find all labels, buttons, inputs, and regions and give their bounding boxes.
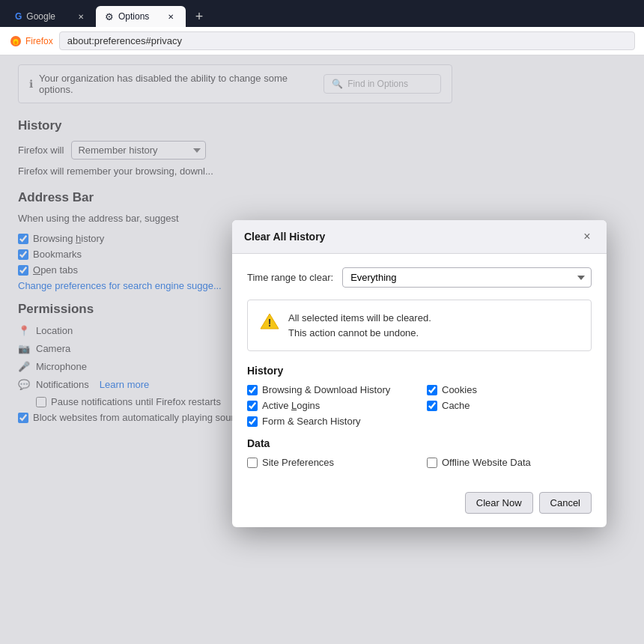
- checkbox-offline-website-data-label: Offline Website Data: [442, 457, 531, 468]
- svg-text:!: !: [268, 317, 272, 329]
- clear-now-button[interactable]: Clear Now: [465, 492, 533, 514]
- checkbox-offline-website-data: Offline Website Data: [427, 457, 592, 468]
- dialog-close-button[interactable]: ×: [580, 229, 595, 244]
- clear-history-dialog: Clear All History × Time range to clear:…: [232, 220, 607, 527]
- warning-line1: All selected items will be cleared.: [288, 311, 431, 326]
- checkbox-cache: Cache: [427, 400, 592, 411]
- checkbox-browsing-download: Browsing & Download History: [247, 384, 412, 395]
- warning-icon: !: [260, 312, 279, 335]
- checkbox-browsing-download-input[interactable]: [247, 385, 258, 395]
- tab-options[interactable]: ⚙ Options ✕: [96, 6, 186, 27]
- new-tab-button[interactable]: +: [189, 6, 210, 27]
- checkbox-form-search-input[interactable]: [247, 416, 258, 427]
- tab-google-close[interactable]: ✕: [75, 10, 87, 22]
- dialog-history-title: History: [247, 365, 592, 377]
- checkbox-form-search-label: Form & Search History: [262, 416, 360, 427]
- tab-options-icon: ⚙: [105, 11, 114, 22]
- checkbox-cookies: Cookies: [427, 384, 592, 395]
- checkbox-browsing-download-label: Browsing & Download History: [262, 384, 390, 395]
- tab-options-close[interactable]: ✕: [165, 10, 177, 22]
- warning-line2: This action cannot be undone.: [288, 326, 431, 341]
- checkbox-offline-website-data-input[interactable]: [427, 458, 437, 468]
- checkbox-active-logins: Active Logins: [247, 400, 412, 411]
- warning-box: ! All selected items will be cleared. Th…: [247, 300, 592, 351]
- warning-text: All selected items will be cleared. This…: [288, 311, 431, 340]
- tab-google-icon: G: [15, 11, 22, 22]
- dialog-data-title: Data: [247, 437, 592, 449]
- tab-google[interactable]: G Google ✕: [6, 6, 96, 27]
- time-range-row: Time range to clear: Everything Last Hou…: [247, 267, 592, 288]
- time-range-label: Time range to clear:: [247, 272, 333, 283]
- browser-titlebar: G Google ✕ ⚙ Options ✕ +: [0, 0, 644, 27]
- dialog-header: Clear All History ×: [232, 220, 607, 254]
- firefox-badge: Firefox: [9, 34, 53, 48]
- checkbox-site-preferences-input[interactable]: [247, 458, 258, 468]
- checkbox-active-logins-input[interactable]: [247, 401, 258, 411]
- checkbox-cookies-input[interactable]: [427, 385, 437, 395]
- data-checkboxes-grid: Site Preferences Offline Website Data: [247, 457, 592, 468]
- checkbox-form-search: Form & Search History: [247, 416, 412, 427]
- time-range-select[interactable]: Everything Last Hour Last Two Hours Last…: [342, 267, 592, 288]
- checkbox-site-preferences-label: Site Preferences: [262, 457, 334, 468]
- checkbox-active-logins-label: Active Logins: [262, 400, 320, 411]
- checkbox-site-preferences: Site Preferences: [247, 457, 412, 468]
- checkbox-cookies-label: Cookies: [442, 384, 477, 395]
- svg-point-2: [14, 40, 17, 44]
- checkbox-cache-label: Cache: [442, 400, 470, 411]
- url-bar[interactable]: about:preferences#privacy: [59, 31, 635, 50]
- dialog-body: Time range to clear: Everything Last Hou…: [232, 254, 607, 492]
- tab-group: G Google ✕ ⚙ Options ✕ +: [6, 0, 210, 27]
- history-checkboxes-grid: Browsing & Download History Cookies Acti…: [247, 384, 592, 427]
- firefox-icon: [9, 34, 22, 48]
- tab-google-label: Google: [26, 11, 55, 22]
- checkbox-cache-input[interactable]: [427, 401, 437, 411]
- firefox-label: Firefox: [25, 36, 53, 46]
- address-bar: Firefox about:preferences#privacy: [0, 27, 644, 55]
- dialog-footer: Clear Now Cancel: [232, 492, 607, 527]
- dialog-title: Clear All History: [244, 231, 325, 243]
- cancel-button[interactable]: Cancel: [539, 492, 592, 514]
- main-content: ℹ Your organization has disabled the abi…: [0, 55, 644, 644]
- tab-options-label: Options: [118, 11, 149, 22]
